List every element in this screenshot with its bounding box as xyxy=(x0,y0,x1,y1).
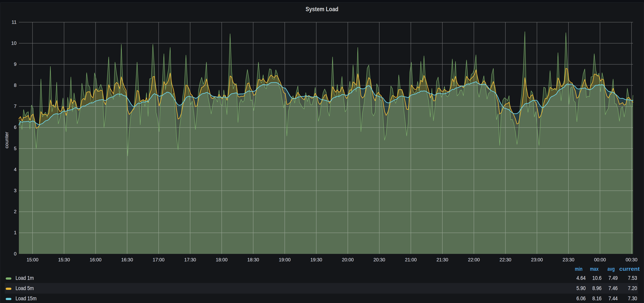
svg-text:7: 7 xyxy=(14,104,16,109)
svg-text:9: 9 xyxy=(14,62,16,67)
svg-text:19:00: 19:00 xyxy=(279,257,290,262)
svg-text:max: max xyxy=(590,266,598,272)
svg-text:16:30: 16:30 xyxy=(121,257,133,262)
svg-text:23:30: 23:30 xyxy=(563,257,574,262)
svg-text:15:30: 15:30 xyxy=(58,257,70,262)
svg-text:00:30: 00:30 xyxy=(626,257,637,262)
svg-text:22:00: 22:00 xyxy=(468,257,480,262)
svg-text:min: min xyxy=(575,266,582,272)
svg-text:8: 8 xyxy=(14,82,16,88)
svg-text:11: 11 xyxy=(12,20,16,25)
svg-text:avg: avg xyxy=(608,266,615,272)
svg-text:counter: counter xyxy=(4,132,9,148)
svg-text:22:30: 22:30 xyxy=(500,257,512,262)
svg-text:4: 4 xyxy=(14,167,16,172)
svg-text:15:00: 15:00 xyxy=(26,257,38,262)
svg-text:7.46: 7.46 xyxy=(608,285,618,291)
svg-text:16:00: 16:00 xyxy=(90,257,101,262)
svg-text:21:30: 21:30 xyxy=(436,257,448,262)
svg-text:23:00: 23:00 xyxy=(531,257,543,262)
svg-text:2: 2 xyxy=(14,209,16,214)
svg-text:6.06: 6.06 xyxy=(576,295,586,302)
svg-text:System Load: System Load xyxy=(306,6,338,12)
svg-text:Load 15m: Load 15m xyxy=(16,295,36,302)
svg-text:7.53: 7.53 xyxy=(628,275,637,281)
svg-text:17:30: 17:30 xyxy=(184,257,196,262)
svg-text:current: current xyxy=(619,266,640,272)
svg-text:1: 1 xyxy=(14,230,16,235)
svg-text:18:00: 18:00 xyxy=(216,257,228,262)
svg-text:5.90: 5.90 xyxy=(576,285,586,291)
svg-text:00:00: 00:00 xyxy=(594,257,606,262)
svg-text:Load 5m: Load 5m xyxy=(16,285,34,291)
svg-text:10.6: 10.6 xyxy=(592,275,602,281)
svg-text:7.20: 7.20 xyxy=(628,285,637,291)
svg-text:10: 10 xyxy=(11,40,16,46)
svg-text:21:00: 21:00 xyxy=(405,257,417,262)
svg-text:19:30: 19:30 xyxy=(310,257,322,262)
svg-text:8.96: 8.96 xyxy=(592,285,602,291)
svg-text:7.49: 7.49 xyxy=(608,275,618,281)
svg-text:3: 3 xyxy=(14,188,16,193)
svg-text:20:00: 20:00 xyxy=(342,257,354,262)
svg-text:Load 1m: Load 1m xyxy=(16,275,34,281)
svg-text:4.64: 4.64 xyxy=(576,275,586,281)
svg-text:5: 5 xyxy=(14,146,16,151)
svg-text:17:00: 17:00 xyxy=(153,257,164,262)
svg-text:7.30: 7.30 xyxy=(628,295,637,302)
svg-text:0: 0 xyxy=(14,251,16,256)
svg-text:18:30: 18:30 xyxy=(247,257,259,262)
svg-text:7.44: 7.44 xyxy=(608,295,618,302)
svg-text:6: 6 xyxy=(14,124,16,130)
svg-text:20:30: 20:30 xyxy=(374,257,385,262)
svg-text:8.16: 8.16 xyxy=(592,295,602,302)
